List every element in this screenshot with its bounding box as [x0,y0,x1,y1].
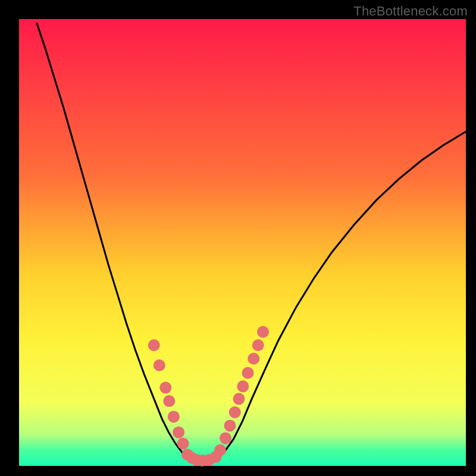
bottleneck-chart [0,0,476,476]
chart-container: TheBottleneck.com [0,0,476,476]
marker-m-right-1 [214,444,226,456]
marker-m-left-5 [168,411,180,422]
marker-m-right-3 [224,419,236,431]
watermark-text: TheBottleneck.com [353,4,468,19]
marker-m-left-3 [159,382,171,394]
marker-m-left-4 [163,395,175,407]
marker-m-left-1 [148,339,160,351]
marker-m-right-7 [242,367,254,379]
marker-m-left-2 [154,359,165,371]
marker-m-left-6 [173,427,184,439]
marker-m-right-5 [233,393,245,405]
marker-m-right-6 [237,380,249,392]
marker-m-right-2 [220,432,231,444]
marker-m-left-7 [177,437,189,449]
marker-m-right-8 [248,353,259,365]
marker-m-right-4 [229,406,241,418]
marker-m-right-10 [257,326,269,338]
marker-m-right-9 [252,339,264,351]
